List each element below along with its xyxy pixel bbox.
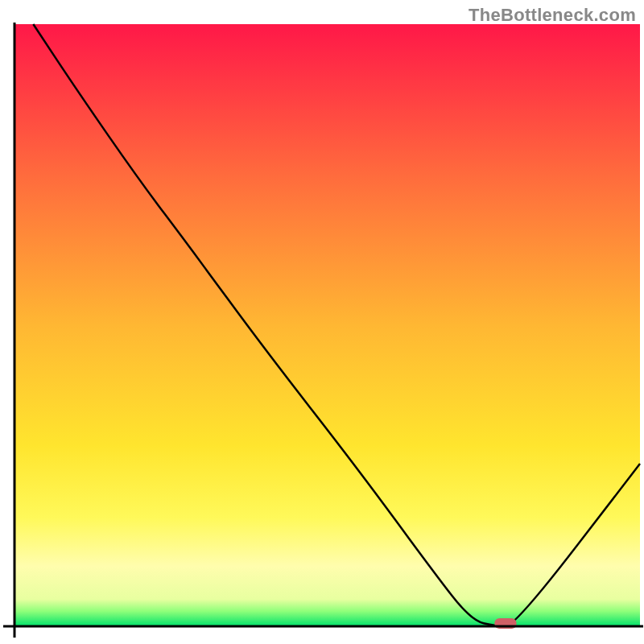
- bottleneck-chart: TheBottleneck.com: [0, 0, 644, 644]
- chart-svg: [0, 0, 644, 644]
- plot-background: [14, 24, 640, 626]
